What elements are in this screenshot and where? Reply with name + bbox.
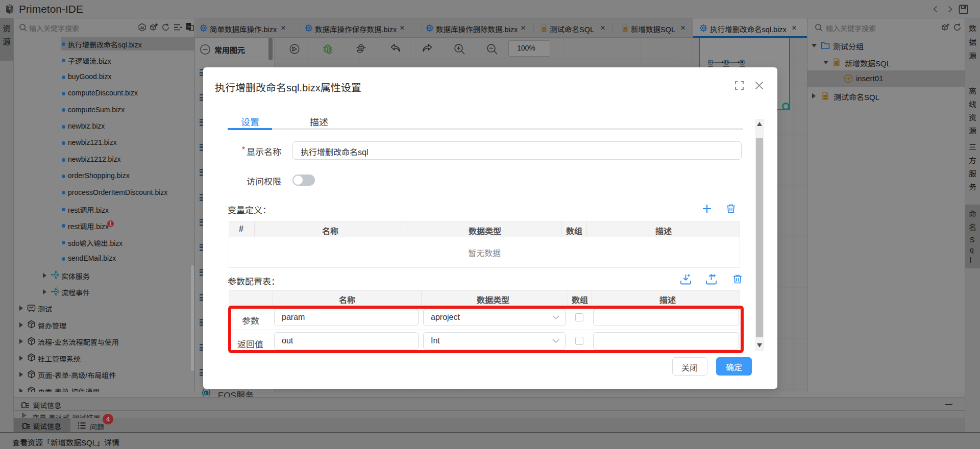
svg-text:AI: AI [140, 26, 144, 30]
svg-text:En: En [187, 25, 191, 28]
svg-text:E: E [205, 391, 207, 395]
